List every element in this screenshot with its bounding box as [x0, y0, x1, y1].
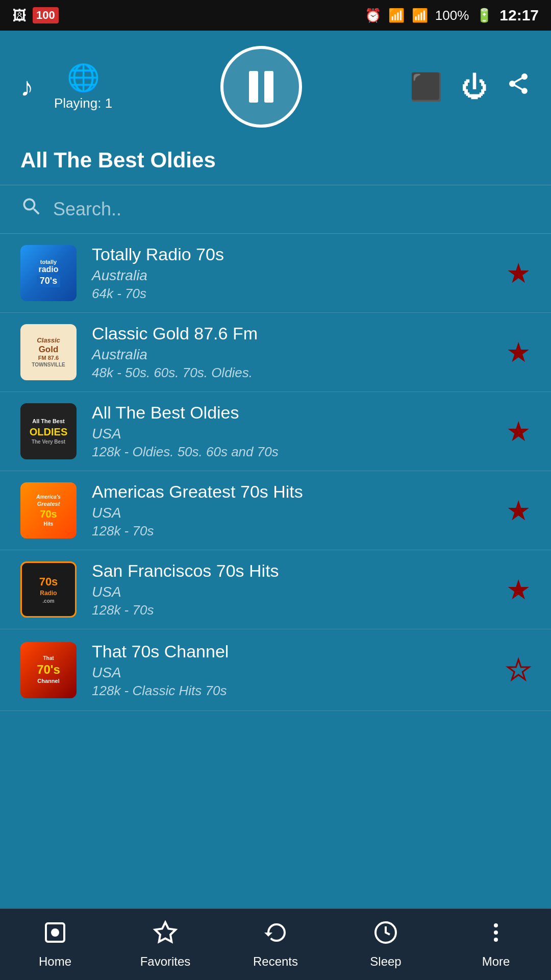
pause-bar-left: [249, 71, 258, 103]
status-bar-right: ⏰ 📶 📶 100% 🔋 12:17: [365, 7, 539, 24]
station-bitrate-4: 128k - 70s: [92, 523, 496, 539]
status-bar: 🖼 100 ⏰ 📶 📶 100% 🔋 12:17: [0, 0, 551, 31]
favorites-star-icon: [153, 920, 178, 950]
station-country-1: Australia: [92, 267, 496, 284]
station-logo-1: totally radio 70's: [20, 245, 77, 301]
favorite-star-4[interactable]: ★: [506, 495, 531, 527]
station-country-6: USA: [92, 665, 496, 681]
search-bar[interactable]: [0, 185, 551, 234]
nav-more[interactable]: More: [441, 915, 551, 974]
station-item-4[interactable]: America's Greatest 70s Hits Americas Gre…: [0, 471, 551, 550]
station-info-2: Classic Gold 87.6 Fm Australia 48k - 50s…: [92, 324, 496, 381]
station-bitrate-2: 48k - 50s. 60s. 70s. Oldies.: [92, 365, 496, 381]
now-playing-title: All The Best Oldies: [20, 148, 531, 173]
station-logo-2: Classic Gold FM 87.6 TOWNSVILLE: [20, 324, 77, 380]
station-logo-6: That 70's Channel: [20, 642, 77, 698]
station-list: totally radio 70's Totally Radio 70s Aus…: [0, 234, 551, 908]
station-item-1[interactable]: totally radio 70's Totally Radio 70s Aus…: [0, 234, 551, 313]
station-name-2: Classic Gold 87.6 Fm: [92, 324, 496, 344]
station-bitrate-6: 128k - Classic Hits 70s: [92, 683, 496, 699]
nav-more-label: More: [482, 954, 510, 969]
favorite-star-6[interactable]: ★: [506, 654, 531, 686]
pause-button[interactable]: [220, 46, 302, 128]
radio-icon: 100: [33, 7, 59, 23]
player-header: ♪ 🌐 Playing: 1 ⬛ ⏻: [0, 31, 551, 138]
nav-home-label: Home: [39, 954, 71, 969]
svg-marker-3: [155, 922, 176, 942]
search-input[interactable]: [53, 199, 531, 220]
music-note-icon[interactable]: ♪: [20, 71, 34, 102]
nav-sleep-label: Sleep: [370, 954, 401, 969]
bottom-nav: Home Favorites Recents Sleep: [0, 909, 551, 980]
station-country-4: USA: [92, 505, 496, 521]
share-button[interactable]: [506, 71, 531, 102]
station-logo-3: All The Best OLDIES The Very Best: [20, 403, 77, 459]
globe-icon[interactable]: 🌐: [67, 62, 100, 93]
station-info-4: Americas Greatest 70s Hits USA 128k - 70…: [92, 482, 496, 539]
pause-icon: [249, 71, 273, 103]
station-info-5: San Franciscos 70s Hits USA 128k - 70s: [92, 561, 496, 618]
player-controls-right: ⬛ ⏻: [410, 71, 531, 103]
station-item-6[interactable]: That 70's Channel That 70s Channel USA 1…: [0, 629, 551, 711]
station-item-2[interactable]: Classic Gold FM 87.6 TOWNSVILLE Classic …: [0, 313, 551, 392]
player-controls-left: ♪ 🌐 Playing: 1: [20, 62, 112, 111]
time-display: 12:17: [499, 7, 539, 24]
svg-point-5: [494, 923, 498, 927]
station-country-3: USA: [92, 426, 496, 442]
search-icon: [20, 195, 43, 223]
stop-button[interactable]: ⬛: [410, 71, 443, 103]
station-logo-5: 70s Radio .com: [20, 561, 77, 618]
home-icon: [43, 920, 67, 950]
station-info-1: Totally Radio 70s Australia 64k - 70s: [92, 244, 496, 302]
station-info-6: That 70s Channel USA 128k - Classic Hits…: [92, 642, 496, 699]
signal-icon: 📶: [412, 8, 428, 23]
station-info-3: All The Best Oldies USA 128k - Oldies. 5…: [92, 403, 496, 460]
battery-icon: 🔋: [476, 8, 492, 23]
station-name-1: Totally Radio 70s: [92, 244, 496, 264]
nav-favorites-label: Favorites: [140, 954, 191, 969]
photo-icon: 🖼: [12, 7, 27, 24]
more-dots-icon: [484, 920, 508, 950]
station-logo-4: America's Greatest 70s Hits: [20, 482, 77, 538]
svg-point-6: [494, 930, 498, 935]
battery-text: 100%: [435, 8, 469, 23]
station-name-4: Americas Greatest 70s Hits: [92, 482, 496, 502]
station-country-5: USA: [92, 584, 496, 600]
svg-point-1: [51, 928, 59, 937]
now-playing-section: All The Best Oldies: [0, 138, 551, 185]
svg-point-7: [494, 938, 498, 942]
playing-label: Playing: 1: [54, 95, 112, 111]
station-bitrate-3: 128k - Oldies. 50s. 60s and 70s: [92, 444, 496, 460]
station-item-3[interactable]: All The Best OLDIES The Very Best All Th…: [0, 392, 551, 471]
station-country-2: Australia: [92, 347, 496, 363]
sleep-clock-icon: [373, 920, 398, 950]
station-bitrate-5: 128k - 70s: [92, 602, 496, 618]
favorite-star-2[interactable]: ★: [506, 336, 531, 369]
power-button[interactable]: ⏻: [461, 71, 488, 102]
station-bitrate-1: 64k - 70s: [92, 286, 496, 302]
favorite-star-1[interactable]: ★: [506, 257, 531, 289]
favorite-star-5[interactable]: ★: [506, 574, 531, 606]
alarm-icon: ⏰: [365, 8, 381, 23]
station-name-5: San Franciscos 70s Hits: [92, 561, 496, 581]
station-name-3: All The Best Oldies: [92, 403, 496, 423]
nav-recents[interactable]: Recents: [220, 915, 331, 974]
favorite-star-3[interactable]: ★: [506, 415, 531, 448]
station-name-6: That 70s Channel: [92, 642, 496, 662]
pause-bar-right: [264, 71, 273, 103]
nav-recents-label: Recents: [253, 954, 298, 969]
nav-favorites[interactable]: Favorites: [110, 915, 220, 974]
nav-sleep[interactable]: Sleep: [331, 915, 441, 974]
status-bar-left: 🖼 100: [12, 7, 59, 24]
nav-home[interactable]: Home: [0, 915, 110, 974]
recents-icon: [263, 920, 288, 950]
wifi-icon: 📶: [388, 8, 405, 23]
station-item-5[interactable]: 70s Radio .com San Franciscos 70s Hits U…: [0, 550, 551, 629]
